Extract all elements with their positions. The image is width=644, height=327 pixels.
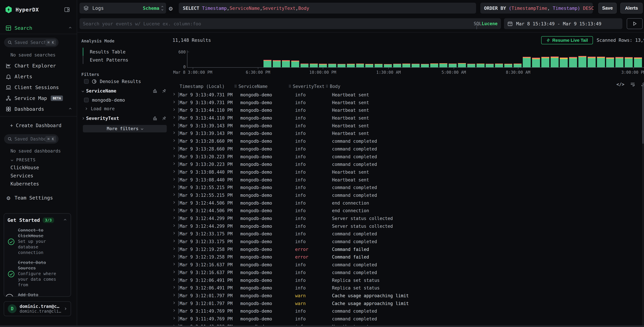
histogram-bar[interactable]	[486, 64, 494, 67]
code-view-icon[interactable]: </>	[616, 82, 624, 87]
get-started-item[interactable]: ?Add DataStart sending	[8, 292, 67, 297]
col-header-severitytext[interactable]: SeverityText	[293, 84, 324, 89]
preset-kubernetes[interactable]: Kubernetes	[10, 181, 39, 187]
horizontal-scrollbar[interactable]	[0, 326, 644, 327]
table-row[interactable]: Mar 9 3:13:20.223 PMmongodb-demoinfocomm…	[171, 160, 643, 168]
histogram-bar[interactable]	[551, 56, 558, 67]
event-search-input[interactable]	[83, 21, 471, 26]
table-row[interactable]: Mar 9 3:13:20.223 PMmongodb-demoinfocomm…	[171, 153, 643, 161]
analysis-mode-results-table[interactable]: Results Table	[83, 48, 154, 56]
analysis-mode-event-patterns[interactable]: Event Patterns	[83, 56, 154, 64]
row-expand-icon[interactable]	[172, 132, 175, 134]
row-expand-icon[interactable]	[172, 108, 175, 111]
row-expand-icon[interactable]	[172, 209, 175, 211]
sidebar-item-service-map[interactable]: Service MapBETA	[0, 93, 77, 104]
resume-live-tail-button[interactable]: Resume Live Tail	[541, 36, 593, 44]
histogram-bar[interactable]	[588, 57, 596, 67]
col-header-servicename[interactable]: ServiceName	[238, 84, 268, 89]
histogram-bar[interactable]	[560, 58, 568, 67]
row-expand-icon[interactable]	[172, 155, 175, 157]
row-expand-icon[interactable]	[172, 255, 175, 258]
table-row[interactable]: Mar 9 3:11:49.769 PMmongodb-demoinfocomm…	[171, 315, 643, 323]
table-row[interactable]: Mar 9 3:13:44.110 PMmongodb-demoinfoHear…	[171, 106, 643, 114]
table-row[interactable]: Mar 9 3:12:01.797 PMmongodb-demowarnCach…	[171, 292, 643, 300]
saved-dashboards-search[interactable]: ⌘ K	[4, 134, 58, 144]
saved-dashboards-input[interactable]	[14, 136, 45, 142]
table-row[interactable]: Mar 9 3:12:44.506 PMmongodb-demoinfoend …	[171, 207, 643, 214]
table-row[interactable]: Mar 9 3:12:44.506 PMmongodb-demoinfoend …	[171, 199, 643, 207]
table-row[interactable]: Mar 9 3:12:01.797 PMmongodb-demowarnCach…	[171, 300, 643, 308]
histogram-bar[interactable]	[300, 64, 308, 67]
table-row[interactable]: Mar 9 3:13:44.110 PMmongodb-demoinfoHear…	[171, 114, 643, 122]
histogram-bar[interactable]	[578, 56, 586, 67]
event-search-bar[interactable]: SQL|Lucene	[80, 18, 501, 29]
row-expand-icon[interactable]	[172, 201, 175, 204]
row-expand-icon[interactable]	[172, 286, 175, 288]
histogram-bar[interactable]	[476, 64, 484, 67]
row-expand-icon[interactable]	[172, 271, 175, 273]
save-button[interactable]: Save	[598, 3, 616, 14]
row-expand-icon[interactable]	[172, 186, 175, 188]
denoise-results-row[interactable]: Denoise Results	[84, 79, 141, 84]
run-query-button[interactable]	[627, 18, 643, 29]
sidebar-item-chart-explorer[interactable]: Chart Explorer	[0, 60, 77, 71]
histogram-bar[interactable]	[532, 58, 540, 67]
row-expand-icon[interactable]	[172, 147, 175, 150]
histogram-bar[interactable]	[541, 57, 549, 67]
histogram-bar[interactable]	[616, 57, 623, 67]
histogram-bar[interactable]	[458, 63, 466, 67]
histogram-bar[interactable]	[319, 64, 327, 67]
histogram-bar[interactable]	[514, 64, 522, 67]
histogram-bar[interactable]	[439, 63, 447, 67]
table-row[interactable]: Mar 9 3:13:39.143 PMmongodb-demoinfoHear…	[171, 130, 643, 137]
sidebar-item-client-sessions[interactable]: Client Sessions	[0, 82, 77, 93]
histogram-bar[interactable]	[430, 64, 438, 67]
row-expand-icon[interactable]	[172, 263, 175, 265]
table-row[interactable]: Mar 9 3:12:06.491 PMmongodb-demoinfoRepl…	[171, 284, 643, 292]
table-row[interactable]: Mar 9 3:13:28.660 PMmongodb-demoinfocomm…	[171, 145, 643, 153]
denoise-checkbox[interactable]	[84, 79, 88, 84]
histogram-bar[interactable]	[569, 57, 577, 67]
filter-value-checkbox[interactable]	[84, 98, 88, 102]
row-expand-icon[interactable]	[172, 93, 175, 95]
collapse-sidebar-icon[interactable]	[64, 6, 70, 13]
table-row[interactable]: Mar 9 3:13:08.440 PMmongodb-demoinfoHear…	[171, 176, 643, 184]
histogram-bar[interactable]	[504, 64, 512, 67]
chart-toggle-icon[interactable]	[153, 116, 158, 121]
histogram-bar[interactable]	[264, 60, 272, 67]
saved-searches-input[interactable]	[14, 40, 45, 45]
table-row[interactable]: Mar 9 3:12:55.215 PMmongodb-demoinfocomm…	[171, 192, 643, 199]
row-expand-icon[interactable]	[172, 302, 175, 304]
table-row[interactable]: Mar 9 3:13:49.731 PMmongodb-demoinfoHear…	[171, 91, 643, 99]
source-select[interactable]: Logs Schema	[80, 3, 166, 14]
preset-services[interactable]: Services	[10, 173, 33, 178]
histogram-bar[interactable]	[495, 64, 503, 67]
filter-group-severitytext[interactable]: SeverityText	[82, 116, 166, 121]
table-row[interactable]: Mar 9 3:13:49.731 PMmongodb-demoinfoHear…	[171, 99, 643, 106]
pin-icon[interactable]	[162, 88, 166, 93]
col-header-timestamp[interactable]: Timestamp (Local)	[180, 84, 224, 89]
histogram-bar[interactable]	[449, 64, 456, 67]
table-row[interactable]: Mar 9 3:13:39.143 PMmongodb-demoinfoHear…	[171, 122, 643, 130]
histogram-bar[interactable]	[374, 64, 382, 67]
histogram-bar[interactable]	[402, 64, 410, 67]
chevron-up-icon[interactable]	[69, 27, 71, 29]
drag-handle-icon[interactable]: ⠿	[234, 84, 237, 88]
histogram-bar[interactable]	[393, 64, 401, 67]
pin-icon[interactable]	[162, 116, 166, 121]
vertical-scrollbar[interactable]	[642, 83, 644, 326]
histogram-bar[interactable]	[523, 57, 531, 67]
table-row[interactable]: Mar 9 3:12:06.491 PMmongodb-demoinfoRepl…	[171, 276, 643, 284]
histogram-bar[interactable]	[365, 64, 373, 67]
row-expand-icon[interactable]	[172, 294, 175, 296]
row-expand-icon[interactable]	[172, 178, 175, 180]
load-more-button[interactable]: Load more	[85, 106, 115, 111]
get-started-item[interactable]: Create Data SourcesConfigure where your …	[8, 260, 67, 288]
sidebar-item-team-settings[interactable]: ⚙ Team Settings	[0, 192, 77, 203]
histogram-bar[interactable]	[421, 64, 429, 67]
histogram-bar[interactable]	[412, 64, 420, 67]
table-row[interactable]: Mar 9 3:13:28.660 PMmongodb-demoinfocomm…	[171, 137, 643, 145]
sidebar-item-search[interactable]: Search	[0, 23, 77, 34]
more-filters-button[interactable]: More filters	[83, 125, 167, 132]
chevron-up-icon[interactable]	[69, 108, 71, 110]
